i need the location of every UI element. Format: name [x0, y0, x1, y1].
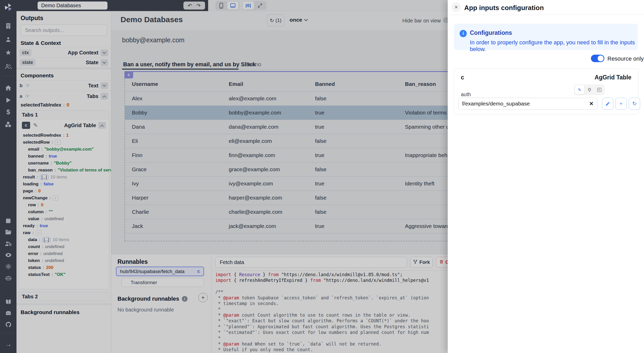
info-icon: i: [460, 30, 467, 37]
configurations-info-box: i Configurations In order to properly co…: [454, 24, 638, 50]
input-mode-group: ✎: [574, 84, 605, 95]
clear-x-icon[interactable]: ✕: [586, 101, 597, 107]
info-title: Configurations: [470, 29, 512, 36]
app-inputs-drawer: × App inputs configuration i Configurati…: [448, 0, 644, 353]
resource-input-wrap: ✕: [458, 98, 597, 110]
component-type: AgGrid Table: [595, 74, 631, 81]
info-body: In order to properly configure the app, …: [470, 39, 638, 53]
refresh-resource-button[interactable]: ↻: [629, 98, 640, 110]
drawer-title: App inputs configuration: [464, 4, 544, 12]
edit-resource-button[interactable]: [602, 98, 613, 110]
component-config-card: c AgGrid Table auth ✎ ✕ + ↻: [454, 69, 638, 114]
static-pencil-icon[interactable]: ✎: [575, 85, 584, 94]
close-icon[interactable]: ×: [451, 2, 461, 12]
auth-field-label: auth: [461, 92, 471, 97]
connect-plug-icon[interactable]: [585, 85, 594, 94]
component-id: c: [461, 74, 464, 81]
resource-only-label: Resource only: [607, 55, 644, 62]
add-resource-button[interactable]: +: [615, 98, 627, 110]
eval-function-icon[interactable]: [595, 85, 604, 94]
resource-only-toggle[interactable]: [591, 55, 604, 62]
resource-path-input[interactable]: [459, 101, 586, 107]
